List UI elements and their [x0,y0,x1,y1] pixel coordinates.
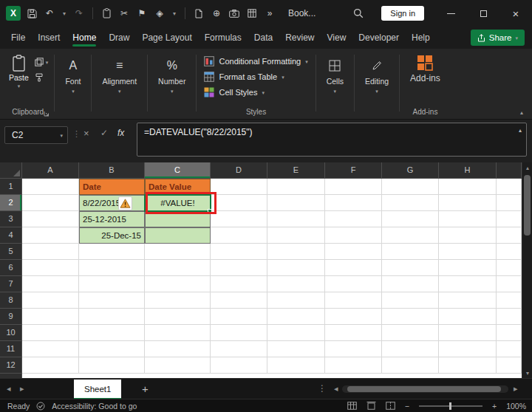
name-box-chevron-icon[interactable]: ▾ [60,133,63,138]
cell-A3[interactable] [22,211,79,227]
cell-H8[interactable] [439,292,497,309]
cell-G1[interactable] [382,179,439,195]
tab-file[interactable]: File [11,27,25,49]
cell-F2[interactable] [325,195,382,211]
cell-F3[interactable] [325,211,382,227]
cell-E7[interactable] [267,276,325,292]
formula-bar-collapse-icon[interactable]: ▴ [519,127,522,134]
cell-E2[interactable] [267,195,325,211]
clipboard-dialog-launcher-icon[interactable] [44,111,50,117]
sign-in-button[interactable]: Sign in [381,6,424,21]
cell-H10[interactable] [439,325,497,341]
cell-H12[interactable] [439,357,497,374]
cell-partial-9[interactable] [497,309,522,325]
cell-G5[interactable] [382,244,439,260]
select-all-button[interactable] [0,162,22,179]
cell-C12[interactable] [145,357,211,374]
row-header-2[interactable]: 2 [0,195,21,211]
cell-B5[interactable] [79,244,145,260]
cell-C1[interactable]: Date Value [145,179,211,195]
cell-F11[interactable] [325,341,382,357]
cell-E5[interactable] [267,244,325,260]
cell-E9[interactable] [267,309,325,325]
cell-E1[interactable] [267,179,325,195]
zoom-slider[interactable] [419,405,482,407]
cell-D12[interactable] [211,357,267,374]
sheet-tab-sheet1[interactable]: Sheet1 [74,380,121,399]
clipboard-icon[interactable] [100,6,113,21]
prev-sheet-icon[interactable]: ◂ [7,384,11,394]
normal-view-icon[interactable] [347,402,357,410]
fill-handle[interactable] [208,209,212,213]
cell-B3[interactable]: 25-12-2015 [79,211,145,227]
tab-review[interactable]: Review [285,27,314,49]
qat-chevron-icon[interactable]: ▾ [171,6,178,21]
cell-H9[interactable] [439,309,497,325]
paste-button[interactable]: Paste ▾ [9,53,29,89]
cancel-icon[interactable]: × [83,128,89,139]
cell-D4[interactable] [211,227,267,244]
column-header-B[interactable]: B [79,162,145,179]
accessibility-status[interactable]: Accessibility: Good to go [52,402,137,411]
cell-A8[interactable] [22,292,79,309]
qat-overflow-icon[interactable]: » [263,6,276,21]
cell-A5[interactable] [22,244,79,260]
undo-chevron-icon[interactable]: ▾ [61,6,68,21]
copy-button[interactable]: ▾ [35,58,49,66]
cell-F5[interactable] [325,244,382,260]
cell-C7[interactable] [145,276,211,292]
cell-B12[interactable] [79,357,145,374]
group-number[interactable]: % Number ▾ [151,52,193,119]
cell-F7[interactable] [325,276,382,292]
enter-icon[interactable]: ✓ [100,128,108,138]
cell-E6[interactable] [267,260,325,276]
cell-A9[interactable] [22,309,79,325]
cell-E4[interactable] [267,227,325,244]
column-header-C[interactable]: C [145,162,211,179]
tab-data[interactable]: Data [254,27,273,49]
cell-G7[interactable] [382,276,439,292]
cell-partial-12[interactable] [497,357,522,374]
cell-partial-7[interactable] [497,276,522,292]
cell-D5[interactable] [211,244,267,260]
column-header-H[interactable]: H [439,162,497,179]
cell-B9[interactable] [79,309,145,325]
cell-G10[interactable] [382,325,439,341]
scroll-right-icon[interactable]: ▸ [514,384,518,394]
vertical-scroll-thumb[interactable] [524,175,531,236]
zoom-out-button[interactable]: − [405,402,409,411]
cell-F6[interactable] [325,260,382,276]
cell-G3[interactable] [382,211,439,227]
cell-F4[interactable] [325,227,382,244]
formula-bar-drag-handle[interactable]: ⋮ [72,129,81,139]
cell-C9[interactable] [145,309,211,325]
save-icon[interactable] [25,6,38,21]
cell-F12[interactable] [325,357,382,374]
collapse-ribbon-icon[interactable]: ▴ [520,109,523,116]
cell-B6[interactable] [79,260,145,276]
zoom-slider-thumb[interactable] [449,402,451,410]
cell-H11[interactable] [439,341,497,357]
minimize-button[interactable] [434,0,467,27]
cell-A12[interactable] [22,357,79,374]
cell-H3[interactable] [439,211,497,227]
cell-D7[interactable] [211,276,267,292]
cell-B4[interactable]: 25-Dec-15 [79,227,145,244]
tab-view[interactable]: View [327,27,347,49]
cell-F9[interactable] [325,309,382,325]
conditional-formatting-button[interactable]: Conditional Formatting ▾ [204,56,307,66]
cell-H4[interactable] [439,227,497,244]
cell-partial-11[interactable] [497,341,522,357]
maximize-button[interactable] [467,0,499,27]
cell-G4[interactable] [382,227,439,244]
tab-help[interactable]: Help [412,27,430,49]
row-header-9[interactable]: 9 [0,309,21,325]
scroll-down-icon[interactable]: ▾ [522,368,532,378]
cell-H5[interactable] [439,244,497,260]
group-editing[interactable]: Editing ▾ [358,52,396,119]
row-header-11[interactable]: 11 [0,341,21,357]
cell-C2[interactable]: #VALUE! [145,195,211,211]
cell-D1[interactable] [211,179,267,195]
cell-E12[interactable] [267,357,325,374]
undo-icon[interactable]: ↶ [43,6,56,21]
